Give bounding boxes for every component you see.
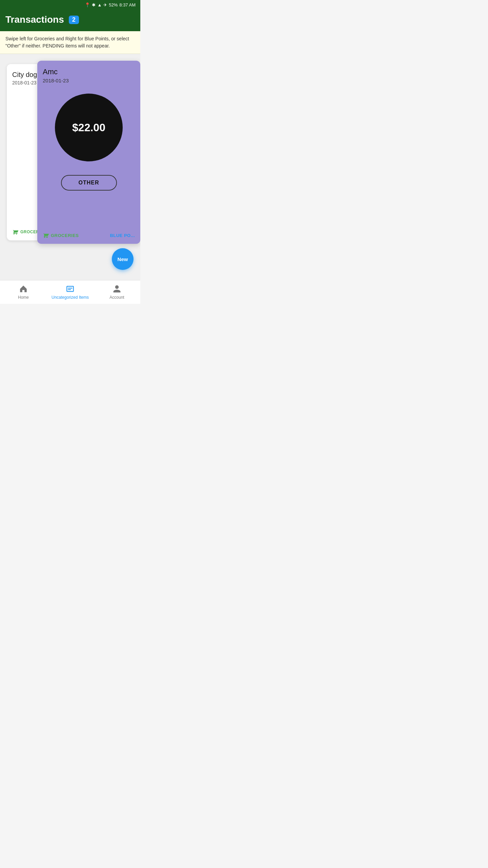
card-front-date: 2018-01-23 (43, 78, 69, 83)
svg-rect-0 (68, 288, 73, 288)
card-front-title: Amc (43, 67, 58, 76)
battery-text: 52% (109, 2, 118, 7)
nav-uncategorized[interactable]: Uncategorized Items (47, 284, 94, 300)
header: Transactions 2 (0, 9, 140, 31)
new-fab-button[interactable]: New (112, 248, 134, 270)
banner-text: Swipe left for Groceries and Right for B… (5, 36, 129, 48)
other-button[interactable]: OTHER (61, 175, 117, 191)
status-bar: 📍 ✱ ▲ ✈ 52% 8:37 AM (0, 0, 140, 9)
notification-badge: 2 (69, 16, 79, 24)
card-front-actions: GROCERIES BLUE PO... (43, 225, 135, 238)
nav-home[interactable]: Home (0, 284, 47, 300)
cart-icon (12, 229, 18, 235)
home-label: Home (18, 295, 29, 300)
wifi-icon: ▲ (97, 2, 102, 7)
account-label: Account (109, 295, 124, 300)
instruction-banner: Swipe left for Groceries and Right for B… (0, 31, 140, 54)
card-amc[interactable]: Amc 2018-01-23 $22.00 OTHER GROCERIES BL… (37, 61, 140, 244)
account-icon (112, 284, 122, 294)
groceries-label: GROCERIES (51, 233, 79, 238)
fab-label: New (118, 256, 128, 262)
nav-account[interactable]: Account (94, 284, 140, 300)
airplane-icon: ✈ (103, 2, 107, 7)
bottom-nav: Home Uncategorized Items Account (0, 280, 140, 304)
uncategorized-label: Uncategorized Items (52, 295, 89, 300)
status-icons: 📍 ✱ ▲ ✈ 52% 8:37 AM (85, 2, 136, 7)
page-title: Transactions (5, 14, 64, 25)
transaction-amount: $22.00 (72, 121, 105, 134)
cart-icon-front (43, 232, 49, 238)
bluetooth-icon: ✱ (92, 2, 96, 7)
location-icon: 📍 (85, 2, 90, 7)
svg-rect-1 (68, 289, 71, 290)
home-icon (19, 284, 28, 294)
cards-area: City dogs 2018-01-23 GROCERIES Amc 2018-… (0, 54, 140, 280)
uncategorized-icon (65, 284, 75, 294)
blue-points-action[interactable]: BLUE PO... (110, 233, 135, 238)
groceries-action[interactable]: GROCERIES (43, 232, 79, 238)
amount-circle: $22.00 (55, 94, 123, 161)
time-text: 8:37 AM (119, 2, 136, 7)
